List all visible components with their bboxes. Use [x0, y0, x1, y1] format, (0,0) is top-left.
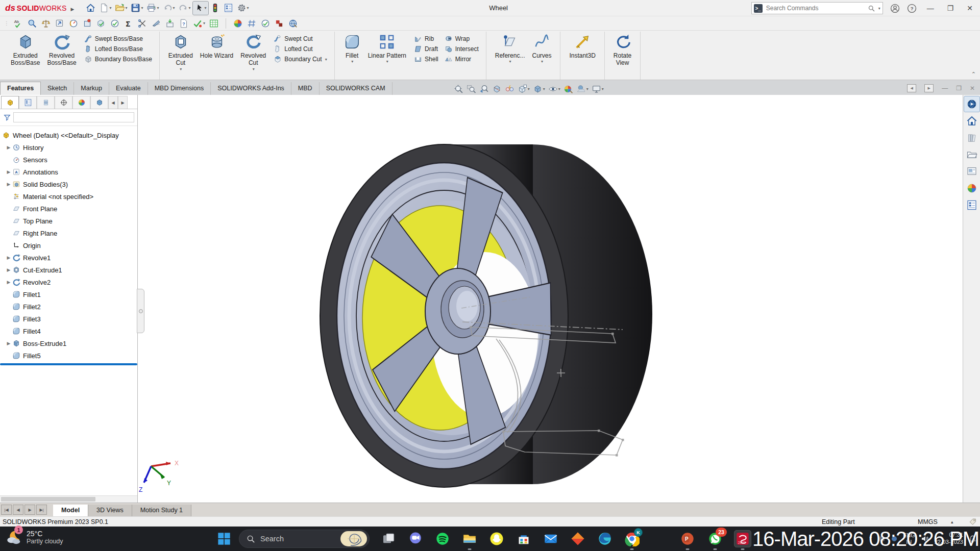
taskbar-powerpoint-button[interactable]: P	[679, 531, 696, 547]
ribbon-intersect-button[interactable]: Intersect	[445, 45, 479, 53]
ribbon-mirror-button[interactable]: Mirror	[445, 55, 479, 63]
dynamic-annotation-views-button[interactable]	[505, 84, 514, 94]
filter-icon[interactable]	[3, 113, 11, 121]
tab-prev-icon[interactable]: ◀	[13, 505, 23, 515]
tree-item-solid-bodies-3-[interactable]: ▶Solid Bodies(3)	[2, 178, 137, 190]
verification-button[interactable]	[259, 17, 272, 30]
tree-item-fillet3[interactable]: Fillet3	[2, 313, 137, 325]
magnified-selection-button[interactable]	[26, 17, 38, 30]
file-properties-button[interactable]	[222, 2, 235, 15]
design-checker-dropdown-icon[interactable]: ▾	[203, 21, 205, 26]
view-palette-button[interactable]	[964, 164, 979, 179]
taskbar-solidworks-app-button[interactable]: 2023	[734, 531, 751, 547]
doc-restore-button[interactable]: ❐	[956, 85, 962, 92]
spell-checker-button[interactable]: Ab	[12, 17, 24, 30]
panel-tabs-scroll-right[interactable]: ▶	[118, 96, 128, 109]
design-checker-button[interactable]: ▾	[191, 17, 206, 30]
view-settings-button[interactable]: ▾	[592, 84, 604, 94]
tree-item-fillet4[interactable]: Fillet4	[2, 325, 137, 337]
ribbon-dropdown-icon[interactable]: ▾	[253, 67, 255, 72]
search-icon[interactable]	[868, 5, 875, 12]
doc-close-button[interactable]: ✕	[970, 85, 975, 92]
expand-arrow-icon[interactable]: ▶	[5, 145, 12, 150]
tree-item-revolve1[interactable]: ▶Revolve1	[2, 252, 137, 264]
panel-tab-dimxpertmanager[interactable]	[55, 96, 72, 109]
panel-horizontal-scrollbar[interactable]	[0, 495, 137, 503]
apply-scene-button[interactable]: ▾	[576, 84, 589, 94]
view-settings-dropdown-icon[interactable]: ▾	[602, 87, 604, 91]
scrollbar-thumb[interactable]	[1, 497, 95, 502]
rollback-bar[interactable]	[0, 363, 137, 365]
doc-tab-model[interactable]: Model	[53, 505, 88, 516]
tab-last-icon[interactable]: ▶|	[36, 505, 47, 515]
tree-filter-input[interactable]	[13, 112, 134, 122]
zoom-to-area-button[interactable]	[467, 84, 476, 94]
open-file-dropdown-icon[interactable]: ▾	[125, 6, 127, 10]
print-button[interactable]: ▾	[145, 2, 160, 15]
display-style-button[interactable]: ▾	[533, 84, 545, 94]
expand-arrow-icon[interactable]: ▶	[5, 280, 12, 285]
tree-item-cut-extrude1[interactable]: ▶Cut-Extrude1	[2, 264, 137, 276]
close-button[interactable]: ✕	[964, 4, 976, 12]
doc-tab-3d-views[interactable]: 3D Views	[88, 505, 132, 516]
tree-item-top-plane[interactable]: Top Plane	[2, 215, 137, 227]
ribbon-fillet-button[interactable]: Fillet▾	[340, 33, 364, 65]
home-button[interactable]	[84, 2, 97, 15]
hide-show-items-dropdown-icon[interactable]: ▾	[558, 87, 560, 91]
expand-arrow-icon[interactable]: ▶	[5, 341, 12, 346]
edrawings-button[interactable]	[287, 17, 299, 30]
taskbar-whatsapp-button[interactable]: 23	[707, 531, 723, 547]
logo-flyout-arrow-icon[interactable]: ▶	[71, 7, 75, 12]
options-button[interactable]: ▾	[235, 2, 251, 15]
panel-splitter-handle[interactable]	[137, 289, 144, 333]
previous-view-button[interactable]	[479, 84, 489, 94]
curvature-analysis-button[interactable]	[136, 17, 149, 30]
ribbon-boundary-cut-button[interactable]: Boundary Cut▾	[274, 55, 327, 63]
import-diagnostics-button[interactable]	[164, 17, 176, 30]
tree-item-annotations[interactable]: ▶AAnnotations	[2, 166, 137, 178]
ribbon-dropdown-icon[interactable]: ▾	[351, 59, 353, 64]
taskbar-diamond-app-button[interactable]	[570, 531, 586, 547]
geometry-analysis-button[interactable]	[109, 17, 121, 30]
pane-collapse-left-icon[interactable]: ◀	[907, 84, 916, 92]
taskbar-chat-button[interactable]	[407, 531, 424, 547]
pane-collapse-right-icon[interactable]: ▶	[924, 84, 934, 92]
panel-tab-displaymanager[interactable]	[72, 96, 90, 109]
search-commands-input[interactable]	[765, 4, 865, 12]
tab-next-icon[interactable]: ▶	[24, 505, 35, 515]
solidworks-logo[interactable]: dsSOLIDWORKS ▶	[5, 3, 74, 13]
taskbar-mail-button[interactable]	[543, 531, 559, 547]
equations-button[interactable]: Σ	[122, 17, 135, 30]
tab-sketch[interactable]: Sketch	[41, 82, 74, 95]
new-file-dropdown-icon[interactable]: ▾	[109, 6, 111, 10]
markup-button[interactable]	[54, 17, 66, 30]
help-icon[interactable]: ?	[907, 4, 917, 13]
custom-properties-button[interactable]	[964, 197, 979, 213]
ribbon-swept-cut-button[interactable]: Swept Cut	[274, 35, 327, 43]
user-account-icon[interactable]	[890, 4, 900, 13]
tab-first-icon[interactable]: |◀	[1, 505, 12, 515]
ribbon-dropdown-icon[interactable]: ▾	[386, 59, 388, 64]
tab-evaluate[interactable]: Evaluate	[109, 82, 148, 95]
search-highlight-thumbnail[interactable]	[340, 531, 367, 546]
toolbar-grip[interactable]: ⋮	[4, 20, 9, 26]
ribbon-extruded-boss-base-button[interactable]: Extruded Boss/Base	[7, 33, 43, 67]
redo-dropdown-icon[interactable]: ▾	[189, 6, 191, 10]
open-file-button[interactable]: ▾	[113, 2, 129, 15]
appearances-scenes-button[interactable]	[964, 181, 979, 196]
ribbon-wrap-button[interactable]: Wrap	[445, 35, 479, 43]
performance-evaluation-button[interactable]	[67, 17, 80, 30]
zoom-to-fit-button[interactable]	[454, 84, 463, 94]
ribbon-rotate-view-button[interactable]: Rotate View	[610, 33, 635, 67]
units-dropdown-icon[interactable]: ▴	[951, 519, 953, 524]
display-style-dropdown-icon[interactable]: ▾	[543, 87, 545, 91]
tag-icon[interactable]	[969, 518, 977, 526]
minimize-button[interactable]: —	[924, 4, 937, 12]
taskbar-spotify-button[interactable]	[434, 531, 451, 547]
new-file-button[interactable]: ▾	[97, 2, 113, 15]
rebuild-button[interactable]	[209, 2, 222, 15]
tab-solidworks-add-ins[interactable]: SOLIDWORKS Add-Ins	[211, 82, 291, 95]
taskbar-task-view-button[interactable]	[380, 531, 397, 547]
file-explorer-pane-button[interactable]	[964, 147, 979, 162]
tree-item-right-plane[interactable]: Right Plane	[2, 227, 137, 239]
